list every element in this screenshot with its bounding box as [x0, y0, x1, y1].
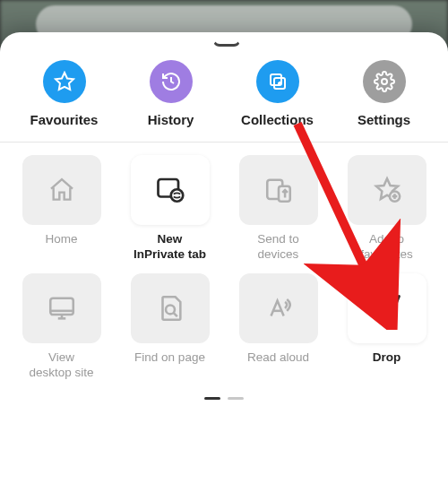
menu-panel: Favourites History Collections Settings: [0, 32, 448, 501]
quick-actions-row: Favourites History Collections Settings: [0, 44, 448, 142]
history-label: History: [148, 112, 194, 127]
drop-icon: [348, 273, 426, 343]
home-label: Home: [45, 232, 77, 263]
page-dot-1[interactable]: [204, 397, 220, 400]
gear-icon: [363, 60, 406, 103]
page-dot-2[interactable]: [228, 397, 244, 400]
svg-point-5: [382, 79, 387, 84]
read-aloud-tile[interactable]: Read aloud: [229, 273, 327, 381]
send-to-devices-tile[interactable]: Send to devices: [229, 155, 327, 263]
send-devices-label: Send to devices: [257, 232, 299, 263]
view-desktop-label: View desktop site: [29, 350, 93, 381]
drag-handle[interactable]: [206, 39, 242, 44]
add-favourites-icon: [348, 155, 426, 225]
new-inprivate-tab-tile[interactable]: New InPrivate tab: [121, 155, 219, 263]
find-icon: [131, 273, 210, 343]
svg-rect-15: [50, 298, 73, 315]
settings-label: Settings: [358, 112, 410, 127]
send-devices-icon: [239, 155, 318, 225]
favourites-label: Favourites: [30, 112, 99, 127]
new-inprivate-label: New InPrivate tab: [134, 232, 206, 263]
settings-button[interactable]: Settings: [340, 60, 429, 127]
history-button[interactable]: History: [126, 60, 216, 127]
collections-icon: [256, 60, 299, 103]
add-favourites-label: Add to favourites: [360, 232, 413, 263]
svg-point-7: [170, 189, 183, 202]
actions-grid: Home New InPrivate tab Send to devices A…: [0, 143, 448, 393]
inprivate-icon: [131, 155, 210, 225]
add-to-favourites-tile[interactable]: Add to favourites: [338, 155, 435, 263]
page-indicator: [0, 393, 448, 400]
drop-tile[interactable]: Drop: [338, 273, 435, 381]
read-aloud-label: Read aloud: [247, 350, 309, 381]
svg-point-19: [166, 305, 175, 314]
svg-marker-0: [56, 73, 73, 90]
collections-label: Collections: [241, 112, 314, 127]
read-aloud-icon: [239, 273, 318, 343]
find-on-page-label: Find on page: [134, 350, 205, 381]
desktop-icon: [22, 273, 101, 343]
star-icon: [43, 60, 86, 103]
favourites-button[interactable]: Favourites: [20, 60, 109, 127]
home-icon: [22, 155, 101, 225]
history-icon: [150, 60, 193, 103]
find-on-page-tile[interactable]: Find on page: [121, 273, 219, 381]
view-desktop-site-tile[interactable]: View desktop site: [13, 273, 110, 381]
drop-label: Drop: [373, 350, 401, 381]
home-tile[interactable]: Home: [13, 155, 110, 263]
collections-button[interactable]: Collections: [233, 60, 323, 127]
svg-line-20: [173, 313, 177, 316]
